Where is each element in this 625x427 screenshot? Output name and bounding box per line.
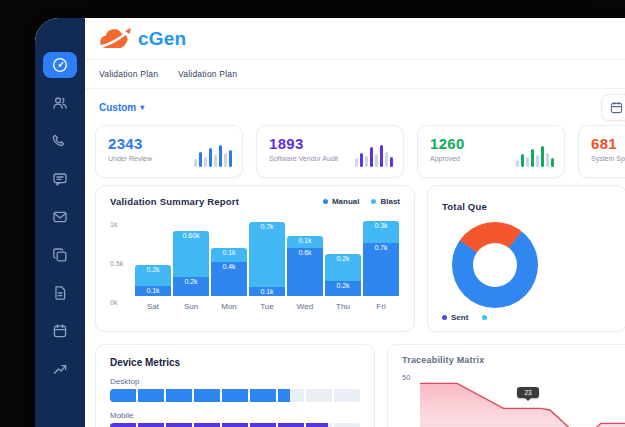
sidebar-item-calendar[interactable] — [43, 318, 77, 344]
segment-value-label: 0.1k — [135, 287, 171, 294]
x-tick-fri: Fri — [362, 302, 400, 314]
segment-manual: 0.4k — [211, 262, 247, 296]
stacked-bar-chart: 1k 0.5k 0k 0.2k0.1k0.60k0.2k0.1k0.4k0.7k… — [110, 221, 400, 314]
stat-value: 2343 — [108, 135, 152, 152]
file-icon — [52, 285, 68, 301]
bar-wed[interactable]: 0.1k0.6k — [286, 236, 324, 296]
stat-label: Under Review — [108, 155, 152, 162]
calendar-button[interactable] — [601, 94, 625, 121]
copy-icon — [52, 247, 68, 263]
legend-item-sent[interactable]: Sent — [442, 313, 468, 322]
stat-value: 1260 — [430, 135, 465, 152]
traceability-matrix-title: Traceability Matrix — [402, 355, 625, 365]
x-tick-tue: Tue — [248, 302, 286, 314]
segment-value-label: 0.60k — [173, 232, 209, 239]
legend-label-sent: Sent — [451, 313, 468, 322]
sidebar-item-copy[interactable] — [43, 242, 77, 268]
segment-manual: 0.7k — [363, 243, 399, 296]
stat-label: System Spe — [591, 155, 625, 162]
legend-label-blast: Blast — [380, 197, 400, 206]
desktop-label: Desktop — [110, 377, 360, 386]
blast-dot-icon — [371, 199, 376, 204]
stat-value: 681 — [591, 135, 625, 152]
tm-y-axis: 50 25 — [402, 373, 420, 427]
y-tick-05k: 0.5k — [110, 260, 134, 268]
segment-value-label: 0.7k — [363, 244, 399, 251]
segment-blast: 0.1k — [211, 248, 247, 262]
bar-fri[interactable]: 0.3k0.7k — [362, 221, 400, 296]
donut-chart[interactable] — [452, 222, 538, 308]
bottom-row: Device Metrics Desktop Mobile Traceabili… — [85, 344, 625, 427]
mini-bar-chart-icon — [194, 141, 232, 167]
date-range-dropdown[interactable]: Custom ▾ — [99, 102, 144, 113]
validation-summary-header: Validation Summary Report Manual Blast — [110, 196, 400, 207]
filter-toolbar: Custom ▾ — [85, 89, 625, 125]
stat-card-1[interactable]: 1893Software Vendor Audit — [256, 125, 404, 178]
validation-summary-title: Validation Summary Report — [110, 196, 239, 207]
manual-dot-icon — [323, 199, 328, 204]
logo-text: cGen — [138, 28, 186, 50]
segment-blast: 0.1k — [287, 236, 323, 248]
tab-validation-plan-2[interactable]: Validation Plan — [178, 69, 237, 79]
sidebar-item-chat[interactable] — [43, 166, 77, 192]
x-axis-labels: SatSunMonTueWedThuFri — [134, 302, 400, 314]
sidebar-item-gauge[interactable] — [43, 52, 77, 78]
bar-thu[interactable]: 0.2k0.2k — [324, 254, 362, 296]
y-tick-1k: 1k — [110, 221, 134, 229]
total-queries-title: Total Que — [442, 201, 487, 212]
sidebar-item-users[interactable] — [43, 90, 77, 116]
users-icon — [52, 95, 68, 111]
segment-value-label: 0.1k — [249, 288, 285, 295]
sidebar-item-file[interactable] — [43, 280, 77, 306]
desktop-background: { "app": { "logo_text": "cGen", "logo_co… — [0, 0, 625, 427]
mobile-progress-track — [110, 423, 360, 427]
legend-item-blast[interactable]: Blast — [371, 197, 400, 206]
chart-tooltip: 23 — [517, 387, 538, 398]
bar-sat[interactable]: 0.2k0.1k — [134, 265, 172, 296]
main-content: cGen Validation Plan Validation Plan Cus… — [85, 18, 625, 427]
second-dot-icon — [482, 315, 487, 320]
segment-manual: 0.6k — [287, 248, 323, 296]
cloud-logo-icon — [97, 27, 133, 51]
bar-tue[interactable]: 0.7k0.1k — [248, 222, 286, 296]
segment-blast: 0.2k — [135, 265, 171, 286]
app-window: cGen Validation Plan Validation Plan Cus… — [35, 18, 625, 427]
segment-value-label: 0.1k — [287, 237, 323, 244]
sidebar-item-trend-up[interactable] — [43, 356, 77, 382]
segment-blast: 0.2k — [325, 254, 361, 281]
total-queries-legend: Sent — [442, 313, 487, 322]
stat-card-0[interactable]: 2343Under Review — [95, 125, 243, 178]
segment-manual: 0.1k — [249, 287, 285, 296]
legend-item-second[interactable] — [482, 315, 487, 320]
calendar-icon — [610, 101, 623, 114]
stat-card-3[interactable]: 681System Spe — [578, 125, 625, 178]
bar-mon[interactable]: 0.1k0.4k — [210, 248, 248, 296]
gauge-icon — [52, 57, 68, 73]
area-chart-svg — [420, 373, 625, 427]
stat-card-2[interactable]: 1260Approved — [417, 125, 565, 178]
chevron-down-icon: ▾ — [140, 103, 144, 112]
traceability-matrix-panel: Traceability Matrix 50 25 — [387, 344, 625, 427]
legend-item-manual[interactable]: Manual — [323, 197, 360, 206]
validation-summary-legend: Manual Blast — [323, 197, 400, 206]
tab-bar: Validation Plan Validation Plan — [85, 60, 625, 89]
tab-validation-plan-1[interactable]: Validation Plan — [99, 69, 158, 79]
segment-value-label: 0.3k — [363, 222, 399, 229]
x-tick-thu: Thu — [324, 302, 362, 314]
sidebar-item-mail[interactable] — [43, 204, 77, 230]
segment-manual: 0.1k — [135, 286, 171, 296]
donut-hole — [473, 243, 517, 287]
validation-summary-panel: Validation Summary Report Manual Blast — [95, 185, 415, 332]
mail-icon — [52, 209, 68, 225]
mini-bar-chart-icon — [355, 141, 393, 167]
tm-tick-50: 50 — [402, 373, 420, 382]
trend-up-icon — [52, 361, 68, 377]
desktop-progress-fill — [110, 389, 290, 402]
segment-value-label: 0.1k — [211, 249, 247, 256]
bar-sun[interactable]: 0.60k0.2k — [172, 231, 210, 296]
stat-value: 1893 — [269, 135, 338, 152]
logo[interactable]: cGen — [97, 27, 186, 51]
sidebar-item-phone[interactable] — [43, 128, 77, 154]
y-axis: 1k 0.5k 0k — [110, 221, 134, 307]
header: cGen — [85, 18, 625, 60]
